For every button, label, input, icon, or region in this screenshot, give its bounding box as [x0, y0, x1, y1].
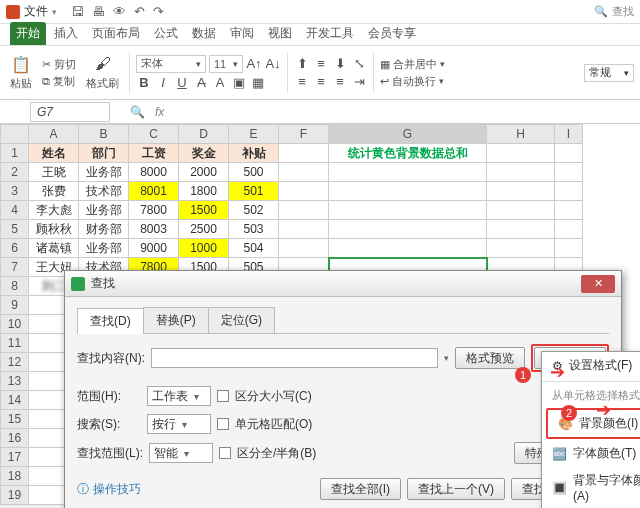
search-placeholder[interactable]: 查找: [612, 4, 634, 19]
row-header[interactable]: 6: [1, 239, 29, 258]
cell[interactable]: 张费: [29, 182, 79, 201]
align-left-icon[interactable]: ≡: [294, 74, 310, 90]
col-header-E[interactable]: E: [229, 125, 279, 144]
menu-tab-8[interactable]: 会员专享: [362, 22, 422, 45]
menu-tab-4[interactable]: 数据: [186, 22, 222, 45]
undo-icon[interactable]: ↶: [134, 4, 145, 19]
cell[interactable]: 王晓: [29, 163, 79, 182]
cell[interactable]: 502: [229, 201, 279, 220]
strike-icon[interactable]: A̶: [193, 75, 209, 91]
copy-button[interactable]: ⧉复制: [42, 74, 76, 89]
cell[interactable]: 501: [229, 182, 279, 201]
row-header[interactable]: 1: [1, 144, 29, 163]
redo-icon[interactable]: ↷: [153, 4, 164, 19]
col-header-F[interactable]: F: [279, 125, 329, 144]
cell[interactable]: [329, 163, 487, 182]
cell[interactable]: 业务部: [79, 239, 129, 258]
row-header[interactable]: 18: [1, 467, 29, 486]
file-menu[interactable]: 文件: [24, 3, 48, 20]
row-header[interactable]: 2: [1, 163, 29, 182]
row-header[interactable]: 19: [1, 486, 29, 505]
font-size-select[interactable]: 11▾: [209, 55, 243, 73]
align-center-icon[interactable]: ≡: [313, 74, 329, 90]
cell[interactable]: 1500: [179, 201, 229, 220]
merge-button[interactable]: ▦合并居中▾: [380, 57, 445, 72]
menu-tab-1[interactable]: 插入: [48, 22, 84, 45]
menu-tab-2[interactable]: 页面布局: [86, 22, 146, 45]
cell[interactable]: 7800: [129, 201, 179, 220]
dialog-tab-1[interactable]: 替换(P): [143, 307, 209, 333]
cell[interactable]: 8003: [129, 220, 179, 239]
cell[interactable]: 李大彪: [29, 201, 79, 220]
align-bot-icon[interactable]: ⬇: [332, 56, 348, 72]
fill-color-icon[interactable]: ▣: [231, 75, 247, 91]
row-header[interactable]: 7: [1, 258, 29, 277]
format-preview-button[interactable]: 格式预览: [455, 347, 525, 369]
font-color-icon[interactable]: A: [212, 75, 228, 91]
cell[interactable]: 8001: [129, 182, 179, 201]
save-icon[interactable]: 🖫: [71, 4, 84, 19]
case-checkbox[interactable]: [217, 390, 229, 402]
bold-icon[interactable]: B: [136, 75, 152, 91]
dialog-tab-2[interactable]: 定位(G): [208, 307, 275, 333]
row-header[interactable]: 16: [1, 429, 29, 448]
cell[interactable]: 2000: [179, 163, 229, 182]
cell[interactable]: 504: [229, 239, 279, 258]
align-right-icon[interactable]: ≡: [332, 74, 348, 90]
cell[interactable]: 1000: [179, 239, 229, 258]
increase-font-icon[interactable]: A↑: [246, 56, 262, 72]
cell[interactable]: [329, 239, 487, 258]
cell[interactable]: 9000: [129, 239, 179, 258]
orientation-icon[interactable]: ⤡: [351, 56, 367, 72]
cell[interactable]: [329, 182, 487, 201]
menu-bg-font-color[interactable]: 🔳背景与字体颜色(A): [542, 467, 640, 508]
cell[interactable]: 业务部: [79, 163, 129, 182]
cell[interactable]: 503: [229, 220, 279, 239]
dialog-tab-0[interactable]: 查找(D): [77, 308, 144, 334]
match-checkbox[interactable]: [217, 418, 229, 430]
tips-link[interactable]: 操作技巧: [77, 481, 141, 498]
italic-icon[interactable]: I: [155, 75, 171, 91]
cell[interactable]: 1800: [179, 182, 229, 201]
decrease-font-icon[interactable]: A↓: [265, 56, 281, 72]
menu-tab-0[interactable]: 开始: [10, 22, 46, 45]
menu-font-color[interactable]: 🔤字体颜色(T): [542, 440, 640, 467]
row-header[interactable]: 5: [1, 220, 29, 239]
menu-tab-5[interactable]: 审阅: [224, 22, 260, 45]
preview-icon[interactable]: 👁: [113, 4, 126, 19]
align-mid-icon[interactable]: ≡: [313, 56, 329, 72]
find-prev-button[interactable]: 查找上一个(V): [407, 478, 505, 500]
row-header[interactable]: 15: [1, 410, 29, 429]
menu-tab-6[interactable]: 视图: [262, 22, 298, 45]
cell[interactable]: 500: [229, 163, 279, 182]
col-header-H[interactable]: H: [487, 125, 555, 144]
cell[interactable]: 业务部: [79, 201, 129, 220]
paste-button[interactable]: 📋 粘贴: [6, 52, 36, 93]
select-all[interactable]: [1, 125, 29, 144]
row-header[interactable]: 9: [1, 296, 29, 315]
lookin-select[interactable]: 智能: [149, 443, 213, 463]
font-name-select[interactable]: 宋体▾: [136, 55, 206, 73]
format-painter-button[interactable]: 🖌 格式刷: [82, 52, 123, 93]
underline-icon[interactable]: U: [174, 75, 190, 91]
cut-button[interactable]: ✂剪切: [42, 57, 76, 72]
align-top-icon[interactable]: ⬆: [294, 56, 310, 72]
col-header-C[interactable]: C: [129, 125, 179, 144]
cell[interactable]: 技术部: [79, 182, 129, 201]
border-icon[interactable]: ▦: [250, 75, 266, 91]
col-header-G[interactable]: G: [329, 125, 487, 144]
cell[interactable]: 顾秋秋: [29, 220, 79, 239]
cell[interactable]: 2500: [179, 220, 229, 239]
row-header[interactable]: 12: [1, 353, 29, 372]
row-header[interactable]: 3: [1, 182, 29, 201]
menu-tab-7[interactable]: 开发工具: [300, 22, 360, 45]
close-icon[interactable]: ✕: [581, 275, 615, 293]
number-format-select[interactable]: 常规▾: [584, 64, 634, 82]
row-header[interactable]: 10: [1, 315, 29, 334]
cell[interactable]: [329, 220, 487, 239]
col-header-I[interactable]: I: [555, 125, 583, 144]
find-input[interactable]: [151, 348, 438, 368]
width-checkbox[interactable]: [219, 447, 231, 459]
row-header[interactable]: 13: [1, 372, 29, 391]
col-header-B[interactable]: B: [79, 125, 129, 144]
